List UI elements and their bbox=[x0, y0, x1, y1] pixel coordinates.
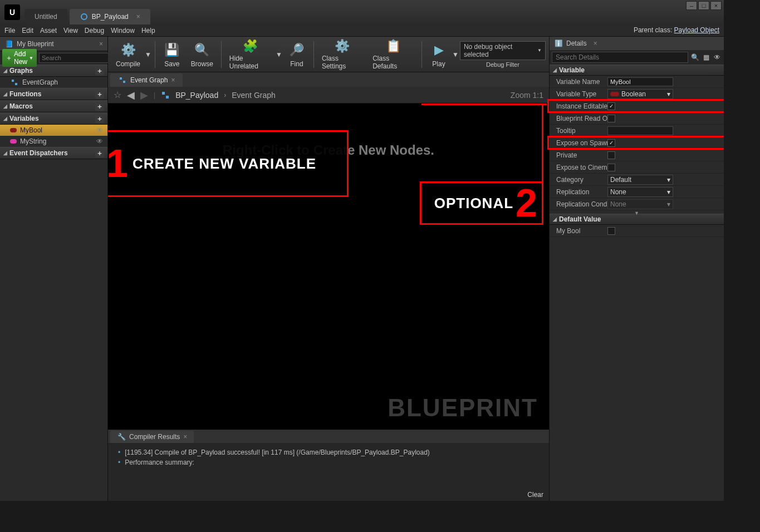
compile-dropdown[interactable]: ▼ bbox=[145, 51, 151, 58]
menu-edit[interactable]: Edit bbox=[22, 27, 33, 35]
details-search-input[interactable] bbox=[552, 52, 688, 63]
category-select[interactable]: Default▾ bbox=[607, 175, 673, 185]
menu-help[interactable]: Help bbox=[141, 27, 155, 35]
section-event-dispatchers[interactable]: ◢Event Dispatchers ＋ bbox=[0, 147, 107, 159]
private-checkbox[interactable] bbox=[607, 151, 615, 159]
details-tab[interactable]: ℹ️ Details × bbox=[550, 37, 724, 50]
breadcrumb-root[interactable]: BP_Payload bbox=[175, 91, 218, 100]
hide-dropdown[interactable]: ▼ bbox=[276, 51, 282, 58]
main-toolbar: ⚙️Compile▼ 💾Save 🔍Browse 🧩Hide Unrelated… bbox=[108, 37, 549, 72]
wrench-icon: 🔧 bbox=[117, 432, 126, 441]
unreal-logo-icon: U bbox=[4, 4, 20, 20]
graph-tab-eventgraph[interactable]: Event Graph × bbox=[110, 73, 183, 87]
section-functions[interactable]: ◢Functions ＋ bbox=[0, 88, 107, 100]
compiler-results-body: •[1195.34] Compile of BP_Payload success… bbox=[108, 443, 549, 501]
compile-button[interactable]: ⚙️Compile bbox=[111, 39, 145, 70]
expose-cinematics-checkbox[interactable] bbox=[607, 164, 615, 171]
prop-replication-condition: Replication Conditi None▾ bbox=[550, 198, 724, 210]
close-panel-icon[interactable]: × bbox=[99, 40, 103, 48]
close-graph-tab-icon[interactable]: × bbox=[171, 76, 175, 84]
debug-object-select[interactable]: No debug object selected▼ bbox=[460, 41, 546, 60]
boolean-type-icon bbox=[610, 92, 619, 96]
save-icon: 💾 bbox=[163, 41, 181, 59]
save-button[interactable]: 💾Save bbox=[159, 39, 185, 70]
add-dispatcher-button[interactable]: ＋ bbox=[95, 149, 104, 157]
add-graph-button[interactable]: ＋ bbox=[95, 66, 104, 75]
menu-debug[interactable]: Debug bbox=[85, 27, 104, 35]
browse-button[interactable]: 🔍Browse bbox=[187, 39, 218, 70]
hide-icon: 🧩 bbox=[241, 39, 259, 53]
details-panel: ℹ️ Details × 🔍 ▦ 👁 ◢Variable Variable Na… bbox=[549, 37, 724, 501]
maximize-button[interactable]: □ bbox=[698, 1, 709, 10]
parent-class-link[interactable]: Payload Object bbox=[674, 26, 719, 34]
class-settings-button[interactable]: ⚙️Class Settings bbox=[317, 39, 367, 70]
prop-category: Category Default▾ bbox=[550, 174, 724, 186]
play-button[interactable]: ▶Play bbox=[425, 39, 452, 70]
close-details-tab-icon[interactable]: × bbox=[594, 40, 597, 47]
add-variable-button[interactable]: ＋ bbox=[95, 114, 104, 123]
info-icon: ℹ️ bbox=[554, 39, 563, 48]
nav-forward-button[interactable]: ▶ bbox=[140, 89, 148, 101]
my-blueprint-panel: 📘 My Blueprint × ＋Add New▼ 🔍 👁 ◢Graphs ＋… bbox=[0, 37, 108, 501]
property-matrix-icon[interactable]: ▦ bbox=[702, 53, 710, 62]
close-tab-icon[interactable]: × bbox=[136, 13, 140, 21]
svg-rect-3 bbox=[120, 77, 122, 80]
graph-item-eventgraph[interactable]: EventGraph bbox=[0, 77, 107, 88]
blueprint-readonly-checkbox[interactable] bbox=[607, 115, 615, 122]
instance-editable-checkbox[interactable]: ✓ bbox=[607, 102, 615, 110]
expand-arrow-icon[interactable]: ▼ bbox=[634, 210, 639, 214]
window-tab-bp-payload[interactable]: BP_Payload × bbox=[70, 9, 150, 24]
menu-asset[interactable]: Asset bbox=[40, 27, 57, 35]
menu-file[interactable]: File bbox=[4, 27, 15, 35]
variable-name-input[interactable] bbox=[607, 77, 673, 86]
mybool-default-checkbox[interactable] bbox=[607, 227, 615, 235]
section-variables[interactable]: ◢Variables ＋ bbox=[0, 112, 107, 125]
variable-visibility-icon[interactable]: 👁 bbox=[95, 137, 104, 145]
favorite-icon[interactable]: ☆ bbox=[114, 90, 121, 100]
compiler-results-tab[interactable]: 🔧 Compiler Results × bbox=[110, 431, 194, 443]
svg-rect-5 bbox=[162, 92, 165, 95]
add-new-button[interactable]: ＋Add New▼ bbox=[2, 49, 37, 67]
boolean-type-icon bbox=[10, 128, 17, 132]
search-icon[interactable]: 🔍 bbox=[690, 53, 699, 62]
visibility-icon[interactable]: 👁 bbox=[713, 53, 722, 62]
svg-rect-1 bbox=[12, 80, 14, 82]
add-function-button[interactable]: ＋ bbox=[95, 90, 104, 98]
gear-check-icon: ⚙️ bbox=[119, 41, 137, 59]
section-macros[interactable]: ◢Macros ＋ bbox=[0, 100, 107, 112]
zoom-level: Zoom 1:1 bbox=[511, 91, 543, 100]
find-button[interactable]: 🔎Find bbox=[283, 39, 310, 70]
parent-class-label: Parent class: Payload Object bbox=[634, 26, 719, 34]
compiler-line-1: [1195.34] Compile of BP_Payload successf… bbox=[125, 449, 430, 456]
graph-icon bbox=[10, 78, 19, 87]
variable-item-mybool[interactable]: MyBool 👁 bbox=[0, 125, 107, 136]
menu-window[interactable]: Window bbox=[111, 27, 135, 35]
add-macro-button[interactable]: ＋ bbox=[95, 102, 104, 111]
close-window-button[interactable]: × bbox=[710, 1, 722, 10]
settings-icon: ⚙️ bbox=[334, 39, 351, 53]
book-icon: 📘 bbox=[4, 40, 13, 48]
section-graphs[interactable]: ◢Graphs ＋ bbox=[0, 65, 107, 77]
hide-unrelated-button[interactable]: 🧩Hide Unrelated bbox=[225, 39, 276, 70]
window-tab-untitled[interactable]: Untitled bbox=[24, 9, 67, 24]
menu-view[interactable]: View bbox=[63, 27, 78, 35]
variable-type-select[interactable]: Boolean▾ bbox=[607, 89, 673, 99]
compiler-clear-button[interactable]: Clear bbox=[527, 491, 543, 499]
class-defaults-button[interactable]: 📋Class Defaults bbox=[368, 39, 418, 70]
nav-back-button[interactable]: ◀ bbox=[127, 89, 135, 101]
tooltip-input[interactable] bbox=[607, 126, 673, 135]
replication-select[interactable]: None▾ bbox=[607, 187, 673, 197]
graph-tab-icon bbox=[118, 76, 127, 85]
breadcrumb-leaf[interactable]: Event Graph bbox=[232, 91, 276, 100]
browse-icon: 🔍 bbox=[193, 41, 211, 59]
variable-item-mystring[interactable]: MyString 👁 bbox=[0, 136, 107, 147]
minimize-button[interactable]: – bbox=[686, 1, 697, 10]
expose-on-spawn-checkbox[interactable]: ✓ bbox=[607, 139, 615, 147]
play-dropdown[interactable]: ▼ bbox=[452, 51, 459, 58]
category-variable[interactable]: ◢Variable bbox=[550, 65, 724, 76]
replication-condition-select[interactable]: None▾ bbox=[607, 199, 673, 209]
close-compiler-tab-icon[interactable]: × bbox=[183, 433, 187, 441]
event-graph-canvas[interactable]: Right-Click to Create New Nodes. BLUEPRI… bbox=[108, 104, 549, 430]
variable-visibility-icon[interactable]: 👁 bbox=[95, 126, 104, 134]
svg-rect-4 bbox=[123, 81, 125, 83]
